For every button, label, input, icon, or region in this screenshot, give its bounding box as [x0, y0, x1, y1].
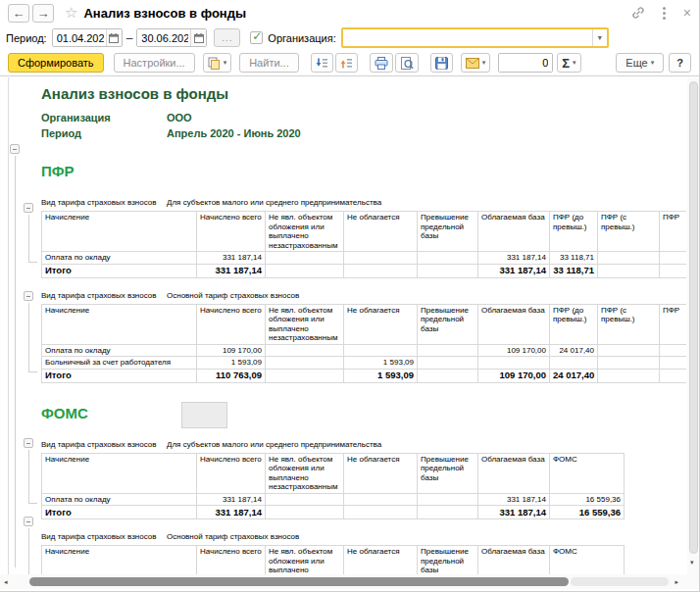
column-header[interactable]: Облагаемая база: [478, 453, 550, 493]
cell[interactable]: 331 187,14: [478, 252, 550, 265]
total-label[interactable]: Итого: [42, 506, 197, 519]
column-header[interactable]: Начислено всего: [197, 304, 266, 344]
cell[interactable]: [418, 344, 478, 357]
column-header[interactable]: ПФР (с превыш.): [598, 304, 660, 344]
total-label[interactable]: Итого: [42, 369, 197, 382]
column-header[interactable]: Начисление: [42, 546, 197, 575]
organization-checkbox[interactable]: ✓: [250, 31, 263, 44]
row-label[interactable]: Оплата по окладу: [42, 344, 197, 357]
send-mail-button[interactable]: ▾: [461, 53, 491, 73]
tariff-label[interactable]: Вид тарифа страховых взносов: [41, 198, 167, 208]
organization-input[interactable]: [343, 29, 592, 46]
cell[interactable]: [418, 252, 478, 265]
group-collapse-marker[interactable]: [10, 144, 20, 154]
cell[interactable]: 331 187,14: [478, 264, 550, 277]
cell[interactable]: [598, 344, 660, 357]
tariff-value[interactable]: Для субъектов малого или среднего предпр…: [167, 440, 381, 450]
cell[interactable]: [598, 369, 660, 382]
help-button[interactable]: ?: [669, 53, 691, 73]
back-button[interactable]: ←: [8, 4, 29, 23]
tariff-line[interactable]: Вид тарифа страховых взносовДля субъекто…: [41, 198, 686, 208]
horizontal-scrollbar-thumb[interactable]: [29, 577, 569, 586]
cell[interactable]: [418, 369, 478, 382]
close-icon[interactable]: ×: [683, 5, 691, 21]
copy-button[interactable]: ▾: [203, 53, 232, 73]
column-header[interactable]: ПФР (с превыш.): [598, 212, 660, 252]
date-to-input[interactable]: [137, 29, 190, 46]
group-collapse-marker[interactable]: [24, 517, 33, 526]
cell[interactable]: [660, 357, 687, 370]
save-button[interactable]: [430, 53, 453, 73]
column-header[interactable]: Превышение предельной базы: [418, 546, 478, 575]
sum-button[interactable]: Σ ▾: [557, 53, 580, 73]
column-header[interactable]: Превышение предельной базы: [418, 212, 478, 252]
cell[interactable]: 24 017,40: [550, 344, 598, 357]
column-header[interactable]: Начисление: [42, 453, 197, 493]
cell[interactable]: 24 017,40: [550, 369, 598, 382]
column-header[interactable]: Облагаемая база: [478, 304, 550, 344]
expand-groups-button[interactable]: [335, 53, 358, 73]
vertical-scrollbar-thumb[interactable]: [689, 81, 698, 554]
find-button[interactable]: Найти...: [239, 53, 299, 73]
cell[interactable]: 16 559,36: [550, 493, 625, 506]
horizontal-scrollbar[interactable]: ◂ ▸: [0, 574, 700, 589]
cell[interactable]: 33 118,71: [550, 252, 598, 265]
cell[interactable]: [598, 252, 660, 265]
preview-button[interactable]: [395, 53, 419, 73]
column-header[interactable]: Не облагается: [344, 304, 418, 344]
row-label[interactable]: Оплата по окладу: [42, 252, 197, 265]
meta-value[interactable]: Апрель 2020 - Июнь 2020: [167, 125, 301, 141]
cell[interactable]: [550, 357, 598, 370]
row-label[interactable]: Больничный за счет работодателя: [42, 357, 197, 370]
date-from-input[interactable]: [53, 29, 106, 46]
column-header[interactable]: Начисление: [42, 212, 197, 252]
cell[interactable]: [418, 264, 478, 277]
column-header[interactable]: Не явл. объектом обложения или выплачено…: [266, 453, 344, 493]
column-header[interactable]: Начислено всего: [197, 212, 266, 252]
group-collapse-marker[interactable]: [24, 291, 33, 301]
cell[interactable]: 331 187,14: [197, 493, 266, 506]
organization-combobox[interactable]: ▾: [341, 27, 609, 48]
column-header[interactable]: ПФР: [660, 212, 687, 252]
total-label[interactable]: Итого: [42, 264, 197, 277]
column-header[interactable]: ПФР: [660, 304, 687, 344]
date-from-field[interactable]: [52, 28, 123, 47]
column-header[interactable]: Не явл. объектом обложения или выплачено…: [266, 546, 344, 575]
tariff-value[interactable]: Основной тариф страховых взносов: [167, 532, 299, 542]
date-to-field[interactable]: [136, 28, 207, 47]
scroll-right-arrow[interactable]: ▸: [675, 578, 678, 586]
cell[interactable]: [598, 357, 660, 370]
report-meta-row[interactable]: Период Апрель 2020 - Июнь 2020: [41, 125, 686, 141]
cell[interactable]: 331 187,14: [197, 506, 266, 519]
scroll-down-arrow[interactable]: ▾: [690, 559, 694, 567]
cell[interactable]: [598, 264, 660, 277]
cell[interactable]: [266, 252, 344, 265]
column-header[interactable]: ПФР (до превыш.): [550, 304, 598, 344]
cell[interactable]: 331 187,14: [478, 506, 550, 519]
column-header[interactable]: Начислено всего: [197, 453, 266, 493]
column-header[interactable]: Облагаемая база: [478, 546, 550, 575]
cell[interactable]: [344, 506, 418, 519]
tariff-line[interactable]: Вид тарифа страховых взносовОсновной тар…: [41, 291, 686, 301]
meta-value[interactable]: ООО: [167, 110, 192, 125]
cell[interactable]: 331 187,14: [197, 264, 266, 277]
collapse-groups-button[interactable]: [311, 53, 333, 73]
cell[interactable]: [660, 344, 687, 357]
cell[interactable]: 1 593,09: [197, 357, 266, 370]
horizontal-scrollbar-track[interactable]: [571, 577, 669, 586]
column-header[interactable]: Не облагается: [344, 546, 418, 575]
column-header[interactable]: Не явл. объектом обложения или выплачено…: [266, 212, 344, 252]
column-header[interactable]: Не облагается: [344, 212, 418, 252]
calendar-icon[interactable]: [190, 29, 206, 46]
period-more-button[interactable]: ...: [214, 28, 240, 47]
autosum-field[interactable]: [498, 53, 553, 73]
cell[interactable]: 331 187,14: [197, 252, 266, 265]
column-header[interactable]: ФОМС: [550, 546, 625, 575]
report-meta-row[interactable]: Организация ООО: [41, 110, 686, 125]
row-label[interactable]: Оплата по окладу: [42, 493, 197, 506]
autosum-input[interactable]: [499, 54, 552, 72]
tariff-label[interactable]: Вид тарифа страховых взносов: [41, 291, 167, 301]
column-header[interactable]: Превышение предельной базы: [418, 453, 478, 493]
column-header[interactable]: Превышение предельной базы: [418, 304, 478, 344]
cell[interactable]: [478, 357, 550, 370]
